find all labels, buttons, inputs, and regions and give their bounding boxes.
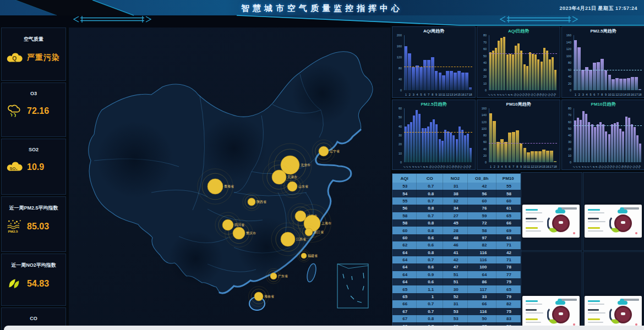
y-tick-label: 40	[392, 78, 402, 81]
table-row: 651.13011765	[392, 285, 521, 293]
bar	[509, 54, 511, 90]
bar	[580, 120, 582, 162]
bar	[636, 135, 638, 162]
table-cell: 116	[467, 256, 496, 263]
bar	[615, 78, 619, 90]
x-tick-label: 2	[408, 93, 412, 96]
metric-value: 72.16	[27, 106, 49, 116]
bar	[469, 87, 472, 90]
report-cell-1	[521, 172, 582, 251]
table-cell: 34	[443, 205, 467, 212]
table-cell: 51	[443, 271, 467, 278]
bar	[627, 78, 630, 90]
bar	[498, 41, 500, 90]
metric-label: O3	[2, 83, 66, 96]
province-label: 山东省	[298, 184, 308, 189]
table-cell: 82	[467, 241, 496, 249]
bar	[465, 73, 468, 91]
bar	[461, 73, 465, 91]
x-tick-label: 10	[608, 93, 612, 96]
chart-title: PM10周趋势	[477, 101, 560, 107]
table-cell: 65	[496, 285, 520, 293]
x-tick-label: 7	[511, 165, 515, 168]
table-cell: 67	[392, 315, 417, 322]
table-cell: 62	[392, 241, 417, 249]
bar	[439, 139, 441, 162]
y-tick-label: 20	[562, 82, 571, 85]
x-tick-label: 3	[496, 165, 500, 168]
svg-text:PM2.5: PM2.5	[8, 229, 19, 233]
bar	[412, 67, 415, 91]
dashboard-root: 智慧城市空气质量监控指挥中心 2023年4月21日 星期五 17:57:24 空…	[0, 0, 644, 330]
threshold-line	[574, 125, 642, 126]
table-cell: 65	[496, 212, 520, 219]
column-header: PM10	[496, 174, 520, 183]
bar	[433, 119, 435, 162]
table-cell: 0.8	[417, 205, 443, 212]
x-tick-label: 11	[527, 165, 531, 168]
x-tick-label: 2	[493, 165, 496, 168]
bar	[631, 77, 634, 90]
bar	[543, 48, 545, 91]
bar	[534, 151, 538, 162]
chart-AQI日趋势: AQI日趋势0102030405060708012345678910111213…	[477, 26, 560, 98]
bar	[546, 151, 549, 162]
bar	[552, 57, 554, 90]
table-cell: 71	[496, 256, 520, 263]
x-tick-label: 14	[623, 93, 627, 96]
threshold-line	[489, 143, 557, 144]
x-tick-label: 13	[534, 165, 538, 168]
x-tick-label: 12	[615, 93, 619, 96]
y-tick-label: 100	[562, 54, 571, 58]
column-header: NO2	[443, 174, 467, 183]
pm25-icon: PM2.5	[6, 218, 24, 235]
report-cards	[521, 172, 644, 330]
bar	[427, 60, 430, 90]
bar	[523, 148, 527, 162]
chart-title: AQI周趋势	[392, 28, 475, 34]
bar	[635, 77, 638, 90]
metric-label: 空气质量	[2, 28, 66, 43]
y-tick-label: 10	[477, 82, 487, 85]
chart-title: PM2.5日趋势	[392, 101, 475, 107]
x-tick-label: 6	[507, 165, 511, 168]
table-cell: 66	[467, 300, 496, 307]
x-tick-label: 18	[638, 93, 642, 96]
bar	[517, 43, 520, 90]
bar	[585, 67, 588, 91]
y-tick-label: 0	[562, 161, 571, 164]
table-cell: 31	[443, 183, 467, 190]
x-tick-label: 3	[412, 93, 416, 96]
table-row: 640.9516477	[392, 271, 521, 278]
x-tick-label: 15	[626, 93, 630, 96]
cloud-icon	[618, 301, 627, 305]
x-tick-label: 5	[504, 165, 508, 168]
x-tick-label: 17	[465, 93, 468, 96]
y-tick-label: 70	[477, 41, 487, 44]
bar	[589, 70, 592, 91]
y-tick-label: 30	[392, 134, 402, 137]
table-cell: 60	[467, 197, 496, 205]
bar	[549, 59, 551, 90]
x-tick-label: 4	[500, 165, 504, 168]
bar	[574, 40, 577, 90]
bar	[520, 144, 523, 162]
bar	[457, 71, 461, 90]
province-label: 江西省	[296, 238, 306, 241]
table-cell: 67	[392, 308, 417, 315]
bar	[612, 79, 615, 90]
table-row: 640.84111642	[392, 249, 521, 256]
bar	[407, 124, 410, 162]
bar	[588, 122, 590, 163]
bar	[405, 46, 408, 90]
bar	[597, 62, 600, 90]
table-cell: 64	[392, 263, 417, 271]
y-tick-label: 20	[392, 142, 402, 146]
y-tick-label: 40	[392, 125, 402, 128]
province-label: 青海省	[224, 185, 234, 189]
bar	[622, 131, 624, 162]
leaf-icon	[6, 276, 24, 292]
bar	[489, 113, 493, 162]
bar	[418, 114, 421, 162]
metric-label: 近一周PM2.5平均指数	[2, 197, 66, 212]
